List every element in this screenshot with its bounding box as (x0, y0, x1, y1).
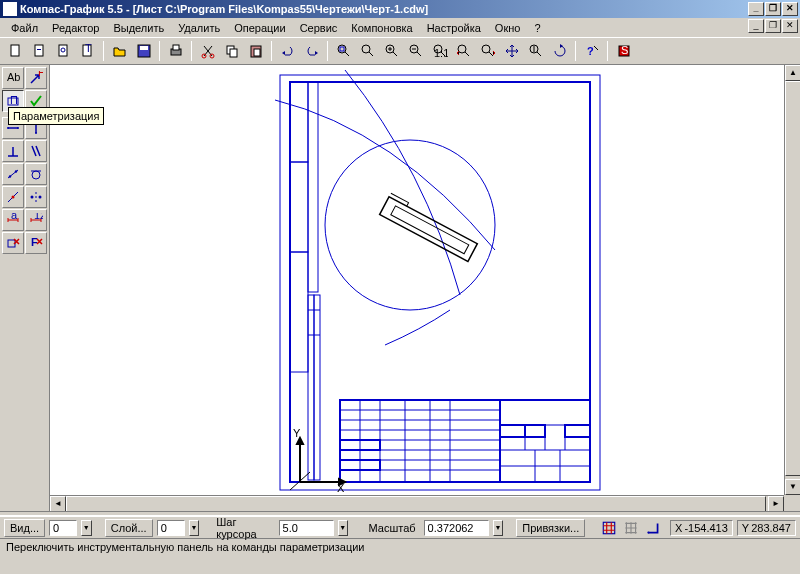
canvas[interactable]: Y X ▲ ▼ ◄ ► (50, 65, 800, 511)
view-button[interactable]: Вид... (4, 519, 45, 537)
svg-rect-55 (314, 295, 320, 480)
drawing-content: Y X (275, 70, 615, 500)
menu-service[interactable]: Сервис (293, 20, 345, 36)
scroll-corner (784, 495, 800, 511)
status-bar: Вид... ▼ Слой... ▼ Шаг курсора ▼ Масштаб… (0, 517, 800, 539)
new-text-button[interactable]: T (76, 40, 99, 62)
svg-text:1:1: 1:1 (434, 47, 448, 59)
zoom-next-button[interactable] (476, 40, 499, 62)
print-button[interactable] (164, 40, 187, 62)
left-tool-panel: Ab P П a 12 F Параметризация (0, 65, 50, 511)
new-button[interactable] (4, 40, 27, 62)
dimension-h-tool[interactable]: a (2, 209, 24, 231)
open-button[interactable] (108, 40, 131, 62)
save-button[interactable] (132, 40, 155, 62)
scroll-right-button[interactable]: ► (768, 496, 784, 511)
svg-rect-48 (280, 75, 600, 490)
vertical-scrollbar[interactable]: ▲ ▼ (784, 65, 800, 495)
text-tool[interactable]: Ab (2, 67, 24, 89)
svg-rect-2 (37, 49, 41, 50)
mdi-close-button[interactable]: ✕ (782, 19, 798, 33)
menu-delete[interactable]: Удалить (171, 20, 227, 36)
zoom-window-button[interactable] (356, 40, 379, 62)
scale-input[interactable] (424, 520, 489, 536)
perpendicular-tool[interactable] (2, 140, 24, 162)
zoom-out-button[interactable] (404, 40, 427, 62)
redo-button[interactable] (300, 40, 323, 62)
mdi-minimize-button[interactable]: _ (748, 19, 764, 33)
view-input[interactable] (49, 520, 77, 536)
delete-constraint-tool[interactable] (2, 232, 24, 254)
zoom-realtime-button[interactable] (524, 40, 547, 62)
svg-rect-84 (525, 425, 545, 437)
scale-dropdown[interactable]: ▼ (493, 520, 504, 536)
parallel-tool[interactable] (25, 140, 47, 162)
refresh-button[interactable] (548, 40, 571, 62)
menubar: Файл Редактор Выделить Удалить Операции … (0, 18, 800, 37)
point-tool[interactable] (2, 186, 24, 208)
layer-dropdown[interactable]: ▼ (189, 520, 200, 536)
copy-button[interactable] (220, 40, 243, 62)
scroll-down-button[interactable]: ▼ (785, 479, 800, 495)
titlebar: Компас-График 5.5 - [Лист C:\Program Fil… (0, 0, 800, 18)
cut-button[interactable] (196, 40, 219, 62)
menu-file[interactable]: Файл (4, 20, 45, 36)
svg-rect-16 (254, 49, 260, 56)
new-doc-button[interactable] (28, 40, 51, 62)
menu-window[interactable]: Окно (488, 20, 528, 36)
paste-button[interactable] (244, 40, 267, 62)
workspace: Ab P П a 12 F Параметризация (0, 65, 800, 511)
layer-input[interactable] (157, 520, 185, 536)
svg-rect-18 (340, 47, 344, 51)
svg-text:P: P (38, 71, 43, 78)
stop-button[interactable]: S (612, 40, 635, 62)
bottom-panel: Вид... ▼ Слой... ▼ Шаг курсора ▼ Масштаб… (0, 516, 800, 556)
view-dropdown[interactable]: ▼ (81, 520, 92, 536)
ortho-icon[interactable] (644, 519, 662, 537)
menu-operations[interactable]: Операции (227, 20, 292, 36)
new-fragment-button[interactable] (52, 40, 75, 62)
snap-button[interactable]: Привязки... (516, 519, 585, 537)
grid-toggle-icon[interactable] (600, 519, 618, 537)
undo-button[interactable] (276, 40, 299, 62)
maximize-button[interactable]: ❐ (765, 2, 781, 16)
symmetry-tool[interactable] (25, 186, 47, 208)
scroll-v-thumb[interactable] (785, 81, 800, 476)
tangent-tool[interactable] (25, 163, 47, 185)
collinear-tool[interactable] (2, 163, 24, 185)
menu-settings[interactable]: Настройка (420, 20, 488, 36)
menu-layout[interactable]: Компоновка (344, 20, 419, 36)
menu-select[interactable]: Выделить (106, 20, 171, 36)
app-icon (3, 2, 17, 16)
grid-settings-icon[interactable] (622, 519, 640, 537)
pan-button[interactable] (500, 40, 523, 62)
arrow-tool[interactable]: P (25, 67, 47, 89)
svg-rect-50 (290, 82, 308, 162)
mdi-restore-button[interactable]: ❐ (765, 19, 781, 33)
cursor-step-input[interactable] (279, 520, 334, 536)
scroll-left-button[interactable]: ◄ (50, 496, 66, 511)
horizontal-scrollbar[interactable]: ◄ ► (50, 495, 784, 511)
minimize-button[interactable]: _ (748, 2, 764, 16)
close-button[interactable]: ✕ (782, 2, 798, 16)
layer-button[interactable]: Слой... (105, 519, 153, 537)
help-button[interactable]: ? (580, 40, 603, 62)
fix-tool[interactable]: F (25, 232, 47, 254)
zoom-in-button[interactable] (380, 40, 403, 62)
dimension-v-tool[interactable]: 12 (25, 209, 47, 231)
svg-point-41 (12, 196, 15, 199)
scroll-h-thumb[interactable] (66, 496, 766, 511)
menu-help[interactable]: ? (527, 20, 547, 36)
svg-rect-85 (565, 425, 590, 437)
svg-point-24 (458, 45, 466, 53)
cursor-step-dropdown[interactable]: ▼ (338, 520, 349, 536)
scroll-up-button[interactable]: ▲ (785, 65, 800, 81)
svg-rect-49 (290, 82, 590, 482)
zoom-full-button[interactable] (332, 40, 355, 62)
zoom-prev-button[interactable] (452, 40, 475, 62)
x-value: -154.413 (684, 522, 727, 534)
cursor-step-label: Шаг курсора (212, 516, 274, 540)
svg-point-43 (39, 196, 42, 199)
menu-editor[interactable]: Редактор (45, 20, 106, 36)
zoom-scale-button[interactable]: 1:1 (428, 40, 451, 62)
